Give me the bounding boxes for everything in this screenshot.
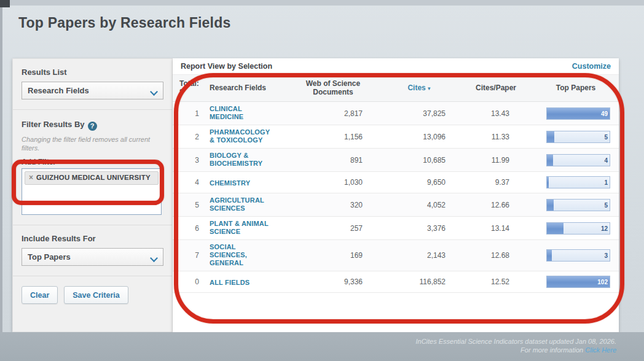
field-link[interactable]: SOCIAL SCIENCES, GENERAL <box>210 243 272 267</box>
top-papers-bar: 4 <box>546 154 610 166</box>
include-results-section: Include Results For Top Papers <box>13 225 172 276</box>
cites-cell: 3,376 <box>379 224 459 233</box>
bar-value: 49 <box>601 110 608 117</box>
save-criteria-button[interactable]: Save Criteria <box>64 286 128 304</box>
results-list-select[interactable]: Research Fields <box>22 82 163 99</box>
cites-cell: 10,685 <box>379 156 459 165</box>
top-papers-bar: 102 <box>546 276 610 288</box>
cites-cell: 9,650 <box>379 178 459 187</box>
help-icon[interactable]: ? <box>88 122 97 131</box>
footer-note: InCites Essential Science Indicators dat… <box>415 337 616 354</box>
bar-fill <box>547 250 552 261</box>
field-link[interactable]: PHARMACOLOGY & TOXICOLOGY <box>210 128 272 144</box>
bar-value: 102 <box>597 279 608 285</box>
table-row: 2PHARMACOLOGY & TOXICOLOGY1,15613,09611.… <box>173 125 619 149</box>
field-cell: CHEMISTRY <box>207 177 287 188</box>
top-papers-cell: 12 <box>533 222 619 235</box>
field-link[interactable]: AGRICULTURAL SCIENCES <box>210 196 272 212</box>
table-header-row: Total: 8 Research Fields Web of Science … <box>173 75 619 102</box>
table-row: 3BIOLOGY & BIOCHEMISTRY89110,68511.994 <box>173 149 619 172</box>
top-papers-bar: 3 <box>546 249 610 262</box>
cites-per-paper-cell: 12.66 <box>459 201 533 209</box>
field-cell: AGRICULTURAL SCIENCES <box>207 196 287 213</box>
total-count-header: Total: 8 <box>173 79 207 96</box>
field-link[interactable]: CLINICAL MEDICINE <box>210 105 272 121</box>
field-link[interactable]: CHEMISTRY <box>210 179 250 187</box>
report-toolbar: Report View by Selection Customize <box>173 58 619 75</box>
column-header-wos-documents: Web of Science Documents <box>287 79 379 96</box>
cites-per-paper-cell: 11.33 <box>459 133 533 141</box>
field-link[interactable]: PLANT & ANIMAL SCIENCE <box>210 220 272 236</box>
bar-value: 3 <box>604 252 608 259</box>
filter-note: Changing the filter field removes all cu… <box>22 135 154 152</box>
window-corner-notch <box>0 0 10 7</box>
column-header-research-fields: Research Fields <box>207 83 287 92</box>
clear-button[interactable]: Clear <box>22 286 58 304</box>
field-link[interactable]: BIOLOGY & BIOCHEMISTRY <box>210 152 272 168</box>
footer-line2: For more information Click Here <box>415 346 616 354</box>
top-papers-cell: 5 <box>533 199 619 211</box>
sort-down-icon: ▾ <box>428 85 431 91</box>
include-results-value: Top Papers <box>28 252 71 262</box>
top-papers-bar: 1 <box>546 176 610 188</box>
wos-documents-cell: 169 <box>287 251 379 260</box>
cites-cell: 37,825 <box>379 109 459 118</box>
top-papers-cell: 5 <box>533 131 619 143</box>
bar-fill <box>547 108 610 119</box>
top-papers-cell: 49 <box>533 107 619 120</box>
bar-fill <box>547 155 553 166</box>
cites-header-label: Cites <box>407 83 425 92</box>
cites-per-paper-cell: 13.14 <box>459 224 533 233</box>
rank-cell: 1 <box>173 109 207 118</box>
cites-per-paper-cell: 12.68 <box>459 251 533 260</box>
filter-results-label: Filter Results By <box>22 120 85 129</box>
rank-cell: 3 <box>173 156 207 165</box>
field-link[interactable]: ALL FIELDS <box>210 279 249 287</box>
table-row: 5AGRICULTURAL SCIENCES3204,05212.665 <box>173 193 619 217</box>
window-top-edge <box>0 0 644 6</box>
customize-link[interactable]: Customize <box>572 62 611 71</box>
filter-results-section: Filter Results By? Changing the filter f… <box>13 109 172 225</box>
bar-value: 5 <box>604 201 608 208</box>
click-here-link[interactable]: Click Here <box>585 346 616 354</box>
total-label: Total: <box>179 79 207 88</box>
cites-cell: 4,052 <box>379 201 459 209</box>
rank-cell: 4 <box>173 178 207 187</box>
cites-per-paper-cell: 11.99 <box>459 156 533 165</box>
table-row: 1CLINICAL MEDICINE2,81737,82513.4349 <box>173 102 619 125</box>
filter-tag-label: GUIZHOU MEDICAL UNIVERSITY <box>36 174 151 182</box>
remove-tag-icon[interactable]: × <box>29 174 33 182</box>
wos-documents-cell: 257 <box>287 224 379 233</box>
total-value: 8 <box>179 88 207 96</box>
bar-fill <box>547 200 554 211</box>
filter-tag: × GUIZHOU MEDICAL UNIVERSITY <box>25 171 159 185</box>
cites-cell: 2,143 <box>379 251 459 260</box>
results-list-label: Results List <box>22 68 163 77</box>
top-papers-cell: 3 <box>533 249 619 262</box>
report-panel: Report View by Selection Customize Total… <box>173 58 619 332</box>
cites-cell: 13,096 <box>379 133 459 141</box>
bar-value: 12 <box>601 225 608 231</box>
column-header-cites[interactable]: Cites ▾ <box>379 83 459 93</box>
filter-input-area[interactable] <box>25 185 159 198</box>
wos-documents-cell: 1,030 <box>287 178 379 187</box>
filters-sidebar: Results List Research Fields Filter Resu… <box>12 58 173 332</box>
top-papers-bar: 5 <box>546 131 610 143</box>
table-row: 4CHEMISTRY1,0309,6509.371 <box>173 172 619 193</box>
window-left-edge <box>0 0 2 361</box>
field-cell: PHARMACOLOGY & TOXICOLOGY <box>207 128 287 145</box>
bar-fill <box>547 131 554 142</box>
table-row: 7SOCIAL SCIENCES, GENERAL1692,14312.683 <box>173 240 619 271</box>
field-cell: ALL FIELDS <box>207 276 287 287</box>
include-results-select[interactable]: Top Papers <box>22 248 163 266</box>
column-header-cites-per-paper: Cites/Paper <box>459 83 533 92</box>
table-row: 6PLANT & ANIMAL SCIENCE2573,37613.1412 <box>173 217 619 240</box>
field-cell: BIOLOGY & BIOCHEMISTRY <box>207 152 287 168</box>
rank-cell: 5 <box>173 201 207 209</box>
wos-documents-cell: 320 <box>287 201 379 209</box>
rank-cell: 6 <box>173 224 207 233</box>
sidebar-actions: Clear Save Criteria <box>13 276 172 314</box>
table-row: 0ALL FIELDS9,336116,85212.52102 <box>173 271 619 293</box>
cites-per-paper-cell: 13.43 <box>459 109 533 118</box>
top-papers-cell: 102 <box>533 276 619 288</box>
